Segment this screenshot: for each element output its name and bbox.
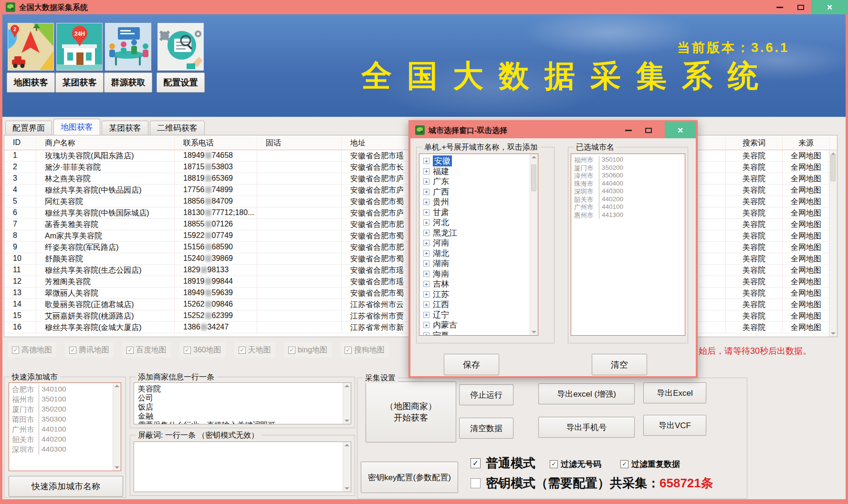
selected-city-item[interactable]: 广州市440100 [571, 203, 685, 211]
quick-city-item[interactable]: 福州市350100 [9, 395, 121, 405]
selected-city-item[interactable]: 珠海市440400 [571, 180, 685, 188]
close-button[interactable]: × [811, 0, 848, 14]
tree-item-河北[interactable]: +河北 [419, 217, 538, 228]
block-words-scrollbar[interactable] [343, 442, 351, 492]
quick-city-item[interactable]: 深圳市440300 [9, 445, 121, 455]
quick-city-scrollbar[interactable] [113, 383, 121, 471]
export-excel-enhanced-button[interactable]: 导出excel (增强) [538, 383, 635, 404]
map-source-checkbox-百度地图[interactable]: ✓百度地图 [122, 342, 171, 358]
quick-city-item[interactable]: 韶关市440200 [9, 435, 121, 445]
save-button[interactable]: 保存 [444, 354, 499, 375]
tree-item-江苏[interactable]: +江苏 [419, 289, 538, 300]
tab-地图获客[interactable]: 地图获客 [53, 119, 100, 135]
quick-city-list[interactable]: 合肥市340100福州市350100厦门市350200莆田市350300广州市4… [9, 382, 121, 471]
column-header-商户名称[interactable]: 商户名称 [36, 135, 175, 150]
block-words-input[interactable] [134, 442, 351, 492]
group-source-button[interactable]: 群源获取 [104, 72, 152, 93]
map-source-checkbox-高德地图[interactable]: ✓高德地图 [8, 342, 56, 358]
stop-run-button[interactable]: 停止运行 [459, 384, 513, 405]
tree-item-江西[interactable]: +江西 [419, 299, 538, 310]
tree-item-吉林[interactable]: +吉林 [419, 279, 538, 289]
tree-scroll-thumb[interactable] [531, 165, 536, 191]
tree-item-黑龙江[interactable]: +黑龙江 [419, 228, 538, 238]
column-header-联系电话[interactable]: 联系电话 [175, 135, 257, 150]
minimize-button[interactable] [769, 0, 790, 14]
tree-item-甘肃[interactable]: +甘肃 [419, 207, 538, 218]
filter-duplicate-checkbox[interactable]: ✓ [620, 459, 628, 468]
meituan-leads-button[interactable]: 某团获客 [55, 72, 104, 93]
redacted-digits [205, 175, 211, 182]
tree-item-广东[interactable]: +广东 [419, 176, 538, 187]
city-name: 福州市 [574, 156, 599, 164]
normal-mode-checkbox[interactable]: ✓ [471, 458, 481, 468]
filter-no-number-checkbox[interactable]: ✓ [550, 459, 558, 468]
meituan-leads-image[interactable]: 24H [56, 23, 103, 71]
selected-city-item[interactable]: 惠州市441300 [571, 211, 685, 219]
map-leads-button[interactable]: 地图获客 [7, 72, 55, 93]
tab-二维码获客[interactable]: 二维码获客 [150, 121, 205, 135]
province-tree[interactable]: +安徽+福建+广东+广西+贵州+甘肃+河北+黑龙江+河南+湖北+湖南+海南+吉林… [419, 154, 538, 336]
tab-某团获客[interactable]: 某团获客 [102, 121, 148, 135]
clear-data-button[interactable]: 清空数据 [459, 418, 513, 439]
settings-button[interactable]: 配置设置 [157, 72, 205, 93]
column-header-ID[interactable]: ID [4, 135, 36, 150]
column-header-搜索词[interactable]: 搜索词 [726, 135, 783, 150]
column-header-固话[interactable]: 固话 [257, 135, 342, 150]
selected-city-item[interactable]: 福州市350100 [571, 156, 685, 164]
province-tree-title: 单机.+号展开城市名称，双击添加 [422, 143, 540, 153]
export-vcf-button[interactable]: 导出VCF [643, 415, 706, 436]
tree-label: 湖北 [433, 248, 449, 259]
selected-city-item[interactable]: 韶关市440200 [571, 195, 685, 204]
selected-city-item[interactable]: 漳州市350600 [571, 172, 685, 180]
tree-item-海南[interactable]: +海南 [419, 269, 538, 279]
redacted-digits [205, 232, 211, 239]
tree-item-湖南[interactable]: +湖南 [419, 258, 538, 269]
map-source-checkbox-bing地图[interactable]: ✓bing地图 [284, 342, 332, 358]
tree-item-广西[interactable]: +广西 [419, 187, 538, 197]
cell-ID: 10 [4, 253, 36, 264]
tree-item-辽宁[interactable]: +辽宁 [419, 310, 538, 320]
key-mode-checkbox[interactable] [471, 478, 481, 490]
map-source-checkbox-天地图[interactable]: ✓天地图 [234, 342, 275, 358]
table-scroll-thumb[interactable] [830, 154, 836, 181]
tree-item-内蒙古[interactable]: +内蒙古 [419, 320, 538, 330]
selected-city-item[interactable]: 深圳市440300 [571, 187, 685, 195]
map-source-checkbox-360地图[interactable]: ✓360地图 [179, 342, 226, 358]
dialog-minimize-button[interactable] [619, 122, 638, 138]
clear-button[interactable]: 清空 [592, 354, 647, 375]
merchant-info-title: 添加商家信息一行一条 [136, 372, 217, 382]
maximize-button[interactable] [790, 0, 811, 14]
tab-配置界面[interactable]: 配置界面 [5, 121, 52, 135]
key-config-button[interactable]: 密钥key配置(参数配置) [361, 462, 458, 493]
merchant-keyword-lines: 美容院公司饭店金融需要采集什么行业，直接输入关键词即可 [134, 383, 351, 424]
map-source-checkbox-搜狗地图[interactable]: ✓搜狗地图 [340, 342, 389, 358]
quick-add-city-button[interactable]: 快速添加城市名称 [9, 476, 123, 497]
redacted-digits [205, 221, 211, 227]
tree-item-安徽[interactable]: +安徽 [419, 156, 538, 166]
close-icon: × [678, 125, 683, 136]
quick-city-item[interactable]: 广州市440100 [9, 425, 121, 435]
map-source-checkbox-腾讯地图[interactable]: ✓腾讯地图 [65, 342, 114, 358]
selected-city-item[interactable]: 厦门市350200 [571, 164, 685, 172]
start-collect-button[interactable]: （地图商家） 开始获客 [366, 381, 456, 442]
settings-image[interactable] [157, 23, 204, 71]
tree-item-福建[interactable]: +福建 [419, 166, 538, 177]
tree-item-湖北[interactable]: +湖北 [419, 248, 538, 259]
selected-cities-list[interactable]: 福州市350100厦门市350200漳州市350600珠海市440400深圳市4… [571, 154, 685, 336]
quick-city-item[interactable]: 合肥市340100 [9, 385, 121, 395]
tree-item-宁夏[interactable]: +宁夏 [419, 330, 538, 336]
merchant-scrollbar[interactable] [343, 383, 351, 424]
dialog-maximize-button[interactable] [639, 122, 658, 138]
dialog-close-button[interactable]: × [665, 122, 696, 138]
tree-item-河南[interactable]: +河南 [419, 238, 538, 248]
export-phone-button[interactable]: 导出手机号 [538, 417, 635, 438]
tree-label: 贵州 [433, 196, 449, 207]
quick-city-item[interactable]: 厦门市350200 [9, 405, 121, 415]
quick-city-item[interactable]: 莆田市350300 [9, 415, 121, 425]
map-leads-image[interactable]: 2 [8, 23, 54, 71]
tree-item-贵州[interactable]: +贵州 [419, 197, 538, 207]
export-excel-button[interactable]: 导出Excel [643, 382, 706, 403]
merchant-keywords-input[interactable]: 美容院公司饭店金融需要采集什么行业，直接输入关键词即可 [134, 382, 351, 424]
column-header-来源[interactable]: 来源 [783, 135, 830, 150]
group-source-image[interactable] [105, 23, 151, 71]
